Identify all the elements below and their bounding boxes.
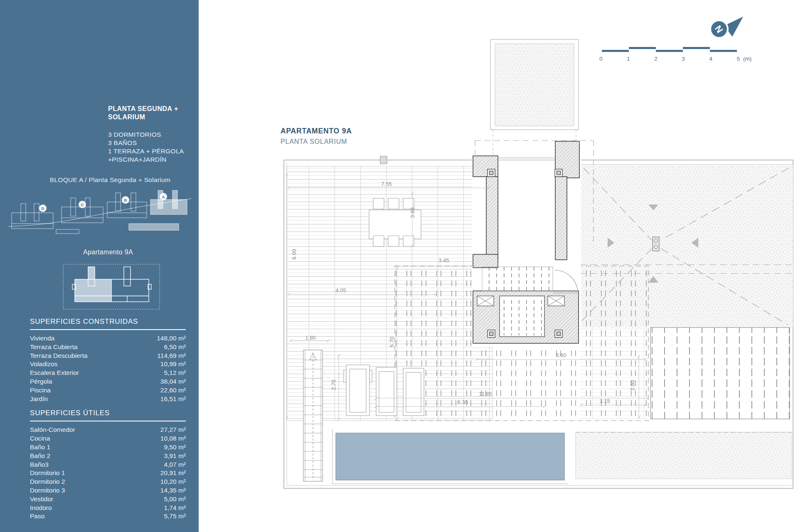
dimension-label: 7.55 bbox=[381, 181, 392, 187]
table-row: Dormitorio 314,35 m² bbox=[30, 486, 186, 495]
table-row: Voladizos10,99 m² bbox=[30, 360, 186, 369]
garden-pergola-area bbox=[650, 328, 790, 419]
north-compass-icon: N bbox=[710, 17, 743, 38]
table-row: Terraza Descubierta114,69 m² bbox=[30, 352, 186, 360]
dimension-label: 6.60 bbox=[556, 352, 566, 358]
dimension-label: 11.85 bbox=[479, 391, 492, 397]
table-heading: SUPERFICIES CONSTRUIDAS bbox=[30, 318, 186, 330]
dimension-label: 2.70 bbox=[330, 379, 337, 390]
building-label: A bbox=[162, 195, 165, 199]
table-row: Vestidor5,00 m² bbox=[30, 495, 186, 504]
building-label: D bbox=[42, 206, 44, 211]
table-row: Inodoro1,74 m² bbox=[30, 504, 186, 512]
table-utiles: SUPERFICIES ÚTILES Salón-Comedor27,27 m²… bbox=[30, 409, 186, 521]
apartment-label: Apartamento 9A bbox=[17, 249, 200, 256]
sidebar: PLANTA SEGUNDA +SOLARIUM 3 DORMITORIOS3 … bbox=[0, 0, 199, 532]
dimension-label: 6.30 bbox=[457, 399, 468, 405]
scale-tick-label: 4 bbox=[709, 56, 712, 62]
table-row: Cocina10,08 m² bbox=[30, 434, 186, 443]
apartment-features: 3 DORMITORIOS3 BAÑOS1 TERRAZA + PÉRGOLA+… bbox=[108, 131, 184, 164]
plan-title-block: APARTAMENTO 9A PLANTA SOLARIUM bbox=[281, 127, 352, 145]
scale-bar-labels: 012345 bbox=[599, 56, 740, 62]
table-row: Escalera Exterior5,12 m² bbox=[30, 369, 186, 377]
dimension-label: 5.70 bbox=[389, 337, 395, 347]
table-row: Piscina22,60 m² bbox=[30, 386, 186, 395]
dimension-label: 1.80 bbox=[305, 335, 315, 341]
scale-tick-label: 0 bbox=[599, 56, 603, 62]
table-rows: Vivienda148,00 m²Terraza Cubierta6,50 m²… bbox=[30, 334, 186, 403]
site-plan-thumbnail: DCBA bbox=[8, 187, 191, 241]
dimension-label: 2.60 bbox=[629, 380, 635, 390]
apartment-footprint bbox=[72, 267, 151, 302]
table-row: Pérgola38,04 m² bbox=[30, 377, 186, 386]
roof-drain-icon bbox=[653, 237, 659, 251]
building-a bbox=[150, 190, 187, 214]
building-label: B bbox=[124, 198, 127, 202]
table-row: Dormitorio 120,91 m² bbox=[30, 469, 186, 478]
table-row: Baño 19,50 m² bbox=[30, 443, 186, 452]
table-row: Vivienda148,00 m² bbox=[30, 334, 186, 343]
scale-tick-label: 5 bbox=[736, 56, 740, 62]
dimension-label: 6.90 bbox=[291, 249, 297, 259]
building-label: C bbox=[81, 202, 84, 207]
dimension-label: 3.15 bbox=[599, 398, 610, 404]
scale-tick-label: 3 bbox=[682, 56, 685, 62]
stair-core bbox=[472, 141, 581, 347]
table-construidas: SUPERFICIES CONSTRUIDAS Vivienda148,00 m… bbox=[30, 318, 186, 403]
plan-title: APARTAMENTO 9A bbox=[281, 127, 352, 135]
dimension-label: 4.05 bbox=[335, 287, 346, 293]
table-row: Paso5,75 m² bbox=[30, 512, 186, 521]
table-heading: SUPERFICIES ÚTILES bbox=[30, 409, 186, 421]
dining-set bbox=[369, 198, 421, 246]
surface-tables: SUPERFICIES CONSTRUIDAS Vivienda148,00 m… bbox=[30, 318, 186, 527]
plan-subtitle: PLANTA SOLARIUM bbox=[281, 138, 352, 145]
table-row: Dormitorio 210,20 m² bbox=[30, 478, 186, 486]
scale-bar-unit: (m) bbox=[743, 56, 751, 62]
table-rows: Salón-Comedor27,27 m²Cocina10,08 m²Baño … bbox=[30, 426, 186, 521]
table-row: Baño 23,91 m² bbox=[30, 452, 186, 461]
block-label: BLOQUE A / Planta Segunda + Solarium bbox=[25, 176, 195, 184]
table-row: Salón-Comedor27,27 m² bbox=[30, 426, 186, 434]
pool bbox=[332, 429, 569, 484]
table-row: Jardín16,51 m² bbox=[30, 395, 186, 404]
sun-loungers bbox=[344, 365, 424, 416]
dimension-label: 3.80 bbox=[409, 207, 416, 218]
garden-strip bbox=[576, 432, 792, 479]
brochure-page: 7.553.806.903.454.051.805.702.706.6011.8… bbox=[0, 0, 798, 532]
table-row: Terraza Cubierta6,50 m² bbox=[30, 343, 186, 352]
sidebar-title: PLANTA SEGUNDA +SOLARIUM bbox=[108, 105, 178, 121]
scale-tick-label: 2 bbox=[654, 56, 658, 62]
top-post bbox=[380, 156, 387, 164]
table-row: Baño34,07 m² bbox=[30, 461, 186, 469]
scale-bar bbox=[602, 47, 737, 52]
exterior-stair bbox=[303, 350, 323, 481]
dimension-label: 3.45 bbox=[438, 257, 449, 264]
apartment-thumbnail bbox=[62, 263, 162, 312]
scale-tick-label: 1 bbox=[627, 56, 630, 62]
stair-tower bbox=[490, 39, 579, 155]
